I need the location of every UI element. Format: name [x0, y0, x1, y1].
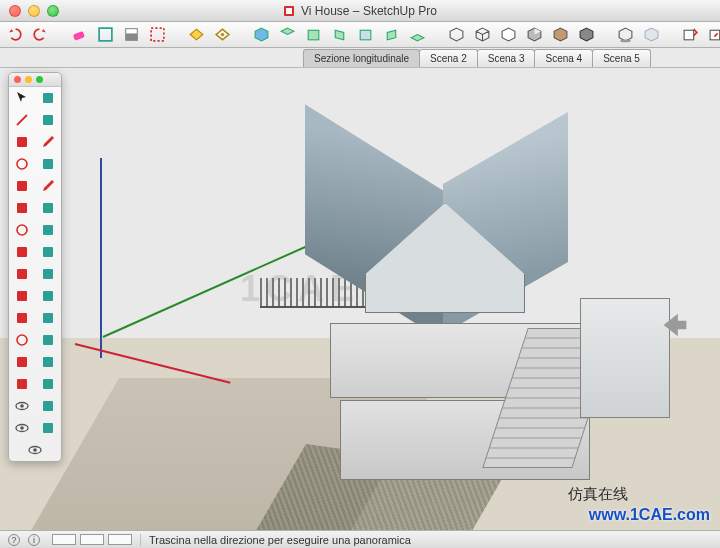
view-panel-icon[interactable] [123, 26, 140, 43]
rotate-right-icon[interactable] [658, 308, 692, 346]
walk-icon[interactable] [9, 417, 35, 439]
shaded-textures-icon[interactable] [552, 26, 569, 43]
scale-icon[interactable] [9, 241, 35, 263]
cut-section-icon[interactable] [188, 26, 205, 43]
select-box-icon[interactable] [97, 26, 114, 43]
next-view-icon[interactable] [35, 395, 61, 417]
watermark-cn: 仿真在线 [568, 485, 628, 504]
scene-tab[interactable]: Scena 4 [534, 49, 593, 67]
axes-icon[interactable] [9, 307, 35, 329]
orbit-icon[interactable] [9, 329, 35, 351]
rotate-icon[interactable] [9, 219, 35, 241]
view-top-icon[interactable] [279, 26, 296, 43]
svg-rect-20 [43, 93, 53, 103]
window-title: Vi House – SketchUp Pro [301, 4, 437, 18]
scene-tab[interactable]: Scena 2 [419, 49, 478, 67]
svg-rect-44 [43, 379, 53, 389]
svg-rect-36 [43, 291, 53, 301]
monochrome-icon[interactable] [578, 26, 595, 43]
window-titlebar: Vi House – SketchUp Pro [0, 0, 720, 22]
wireframe-icon[interactable] [474, 26, 491, 43]
palette-titlebar[interactable] [9, 73, 61, 87]
line-icon[interactable] [9, 109, 35, 131]
pencil-icon[interactable] [35, 131, 61, 153]
move-icon[interactable] [9, 197, 35, 219]
freehand-icon[interactable] [35, 175, 61, 197]
close-window-button[interactable] [9, 5, 21, 17]
shaded-icon[interactable] [526, 26, 543, 43]
svg-rect-31 [17, 247, 27, 257]
pushpull-icon[interactable] [35, 197, 61, 219]
svg-rect-1 [286, 8, 292, 14]
view-left-icon[interactable] [383, 26, 400, 43]
svg-rect-8 [308, 30, 319, 40]
section-plane-icon[interactable] [35, 417, 61, 439]
scene-tab[interactable]: Sezione longitudinale [303, 49, 420, 67]
svg-rect-6 [151, 28, 164, 41]
export-2d-icon[interactable] [708, 26, 720, 43]
svg-point-39 [17, 335, 27, 345]
svg-rect-27 [17, 203, 27, 213]
zoom-window-icon[interactable] [35, 351, 61, 373]
view-opposite-icon[interactable] [409, 26, 426, 43]
info-icon[interactable]: i [28, 534, 40, 546]
minimize-window-button[interactable] [28, 5, 40, 17]
shadows-icon[interactable] [617, 26, 634, 43]
3dtext-icon[interactable] [35, 307, 61, 329]
svg-rect-33 [17, 269, 27, 279]
circle-icon[interactable] [9, 153, 35, 175]
flip-section-icon[interactable] [214, 26, 231, 43]
prev-view-icon[interactable] [35, 373, 61, 395]
polygon-icon[interactable] [9, 175, 35, 197]
position-camera-icon[interactable] [9, 373, 35, 395]
dimensions-icon[interactable] [35, 263, 61, 285]
scene-tab[interactable]: Scena 5 [592, 49, 651, 67]
svg-rect-3 [99, 28, 112, 41]
tape-icon[interactable] [9, 263, 35, 285]
zoom-window-button[interactable] [47, 5, 59, 17]
help-icon[interactable]: ? [8, 534, 20, 546]
make-component-icon[interactable] [35, 87, 61, 109]
svg-point-46 [20, 404, 24, 408]
undo-icon[interactable] [6, 26, 23, 43]
select-icon[interactable] [9, 87, 35, 109]
axis-blue [100, 158, 102, 358]
scene-tab[interactable]: Scena 3 [477, 49, 536, 67]
show-hidden-icon[interactable] [9, 439, 61, 461]
iso-view-icon[interactable] [253, 26, 270, 43]
export-3d-icon[interactable] [682, 26, 699, 43]
pan-icon[interactable] [35, 329, 61, 351]
viewport[interactable]: 1CAE [0, 68, 720, 530]
svg-rect-32 [43, 247, 53, 257]
svg-rect-25 [43, 159, 53, 169]
svg-rect-37 [17, 313, 27, 323]
model-house[interactable] [210, 148, 630, 518]
protractor-icon[interactable] [9, 285, 35, 307]
svg-rect-2 [73, 31, 85, 41]
select-region-icon[interactable] [149, 26, 166, 43]
xray-icon[interactable] [448, 26, 465, 43]
followme-icon[interactable] [35, 219, 61, 241]
view-front-icon[interactable] [305, 26, 322, 43]
rectangle-icon[interactable] [9, 131, 35, 153]
svg-point-24 [17, 159, 27, 169]
redo-icon[interactable] [32, 26, 49, 43]
svg-rect-0 [284, 6, 294, 16]
eraser-icon[interactable] [71, 26, 88, 43]
status-bar: ? i Trascina nella direzione per eseguir… [0, 530, 720, 548]
svg-point-29 [17, 225, 27, 235]
view-right-icon[interactable] [331, 26, 348, 43]
svg-rect-50 [43, 423, 53, 433]
hiddenline-icon[interactable] [500, 26, 517, 43]
svg-point-52 [33, 448, 37, 452]
offset-icon[interactable] [35, 241, 61, 263]
eraser-icon[interactable] [35, 109, 61, 131]
zoom-icon[interactable] [9, 351, 35, 373]
main-toolbar [0, 22, 720, 48]
fog-icon[interactable] [643, 26, 660, 43]
svg-rect-9 [360, 30, 371, 40]
text-icon[interactable] [35, 285, 61, 307]
lookaround-icon[interactable] [9, 395, 35, 417]
arc-icon[interactable] [35, 153, 61, 175]
view-back-icon[interactable] [357, 26, 374, 43]
